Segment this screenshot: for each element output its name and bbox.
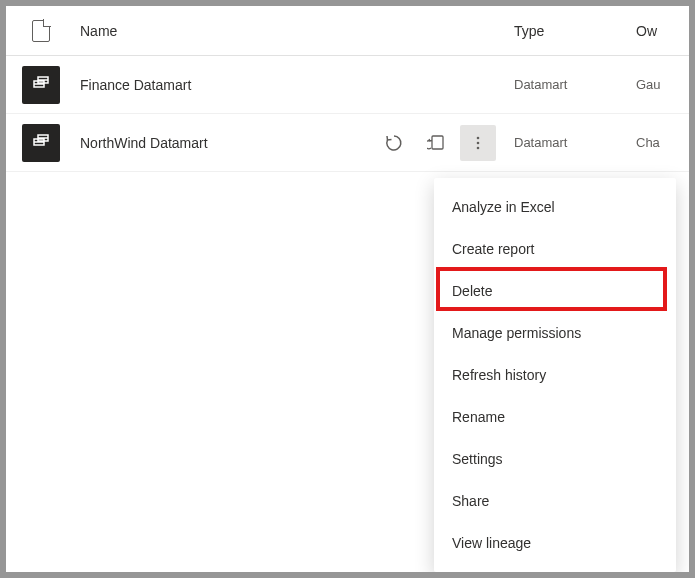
svg-point-3 xyxy=(477,146,480,149)
context-menu: Analyze in Excel Create report Delete Ma… xyxy=(434,178,676,572)
menu-settings[interactable]: Settings xyxy=(434,438,676,480)
schedule-icon xyxy=(427,134,445,152)
menu-share[interactable]: Share xyxy=(434,480,676,522)
table-header: Name Type Ow xyxy=(6,6,689,56)
more-options-button[interactable] xyxy=(460,125,496,161)
menu-create-report[interactable]: Create report xyxy=(434,228,676,270)
header-icon-cell xyxy=(6,20,76,42)
row-owner: Gau xyxy=(636,77,689,92)
table-row[interactable]: NorthWind Datamart Datamart Cha xyxy=(6,114,689,172)
row-name: Finance Datamart xyxy=(76,77,376,93)
datamart-icon xyxy=(22,66,60,104)
header-name[interactable]: Name xyxy=(76,23,376,39)
row-type: Datamart xyxy=(496,135,636,150)
menu-manage-permissions[interactable]: Manage permissions xyxy=(434,312,676,354)
more-vertical-icon xyxy=(470,135,486,151)
svg-point-1 xyxy=(477,136,480,139)
refresh-button[interactable] xyxy=(376,125,412,161)
schedule-refresh-button[interactable] xyxy=(418,125,454,161)
datamart-icon xyxy=(22,124,60,162)
menu-refresh-history[interactable]: Refresh history xyxy=(434,354,676,396)
row-owner: Cha xyxy=(636,135,689,150)
header-owner[interactable]: Ow xyxy=(636,23,689,39)
row-name: NorthWind Datamart xyxy=(76,135,376,151)
row-type: Datamart xyxy=(496,77,636,92)
menu-delete[interactable]: Delete xyxy=(434,270,676,312)
refresh-icon xyxy=(385,134,403,152)
menu-analyze-excel[interactable]: Analyze in Excel xyxy=(434,186,676,228)
menu-rename[interactable]: Rename xyxy=(434,396,676,438)
table-row[interactable]: Finance Datamart Datamart Gau xyxy=(6,56,689,114)
svg-rect-0 xyxy=(432,136,443,149)
document-icon xyxy=(32,20,50,42)
header-type[interactable]: Type xyxy=(496,23,636,39)
svg-point-2 xyxy=(477,141,480,144)
datamart-list-view: Name Type Ow Finance Datamart Datamart G… xyxy=(6,6,689,572)
menu-view-lineage[interactable]: View lineage xyxy=(434,522,676,564)
